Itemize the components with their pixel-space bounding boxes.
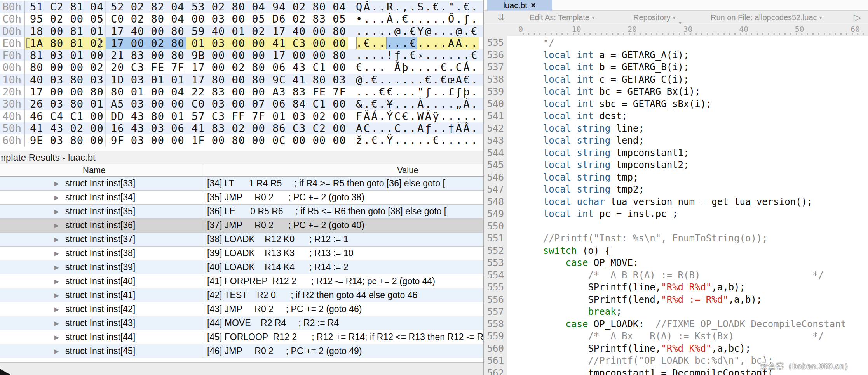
hex-bytes-group[interactable]: 00 03 00 05 xyxy=(186,13,267,25)
run-script-play-icon[interactable]: ▷ xyxy=(854,12,861,23)
code-line[interactable]: local string tmp; xyxy=(521,172,868,184)
hex-bytes-group[interactable]: 53 02 80 04 xyxy=(186,1,267,13)
table-row[interactable]: ▶struct Inst inst[41][42] TEST R2 0 ; if… xyxy=(0,288,483,302)
table-row[interactable]: ▶struct Inst inst[42][43] JMP R0 2 ; PC … xyxy=(0,302,483,316)
column-header-name[interactable]: Name xyxy=(0,164,203,176)
hex-bytes-group[interactable]: 80 00 00 02 xyxy=(25,61,106,73)
disclosure-triangle-icon[interactable]: ▶ xyxy=(54,288,59,302)
code-line[interactable]: //Printf("Inst: %s\n", EnumToString(o)); xyxy=(521,233,868,245)
hex-bytes-group[interactable]: 51 C2 81 04 xyxy=(25,1,106,13)
disclosure-triangle-icon[interactable]: ▶ xyxy=(54,177,59,190)
disclosure-triangle-icon[interactable]: ▶ xyxy=(54,316,59,330)
hex-bytes-group[interactable]: 17 00 02 80 xyxy=(106,37,186,49)
hex-bytes-group[interactable]: 59 40 01 02 xyxy=(186,25,267,37)
hex-bytes-group[interactable]: 01 03 02 00 xyxy=(267,110,348,122)
code-line[interactable] xyxy=(521,220,868,233)
table-row[interactable]: ▶struct Inst inst[43][44] MOVE R2 R4 ; R… xyxy=(0,316,483,330)
run-on-file-dropdown[interactable]: Run on File: allopcodes52.luac▾ xyxy=(711,13,822,22)
double-chevron-down-icon[interactable]: ⇊ xyxy=(498,12,505,23)
hex-bytes-group[interactable]: 22 83 00 00 xyxy=(186,86,267,98)
hex-bytes-group[interactable]: 17 40 00 80 xyxy=(106,25,186,37)
hex-bytes-group[interactable]: 20 C3 FE 7F xyxy=(106,61,186,73)
hex-bytes-group[interactable]: 41 43 02 00 xyxy=(25,122,106,134)
ascii-column[interactable]: AC...C..Aƒ..†ÃÂ. xyxy=(348,122,483,134)
repository-dropdown[interactable]: Repository▾ xyxy=(633,13,676,22)
hex-bytes-group[interactable]: 46 C4 C1 00 xyxy=(25,110,106,122)
table-row[interactable]: ▶struct Inst inst[37][38] LOADK R12 K0 ;… xyxy=(0,233,483,247)
hex-bytes-group[interactable]: 06 43 C1 00 xyxy=(267,61,348,73)
hex-bytes-group[interactable]: 81 03 01 00 xyxy=(25,49,106,61)
table-row[interactable]: ▶struct Inst inst[38][39] LOADK R13 K3 ;… xyxy=(0,247,483,260)
code-line[interactable]: SPrintf(lend,"R%d := R%d",a,b); xyxy=(521,294,868,306)
table-row[interactable]: ▶struct Inst inst[40][41] FORPREP R12 2 … xyxy=(0,274,483,288)
hex-bytes-group[interactable]: 26 03 80 01 xyxy=(25,98,106,110)
hex-bytes-group[interactable]: 17 00 02 80 xyxy=(186,61,267,73)
hex-bytes-group[interactable]: D6 02 83 05 xyxy=(267,13,348,25)
disclosure-triangle-icon[interactable]: ▶ xyxy=(54,205,59,218)
ascii-column[interactable]: &.€.¥...À....„Á. xyxy=(348,98,483,110)
code-line[interactable]: switch (o) { xyxy=(521,245,868,257)
hex-bytes-group[interactable]: 41 83 02 00 xyxy=(186,122,267,134)
close-icon[interactable]: × xyxy=(531,1,536,10)
code-line[interactable]: local string line; xyxy=(521,123,868,135)
code-line[interactable]: case OP_MOVE: xyxy=(521,257,868,269)
table-row[interactable]: ▶struct Inst inst[36][37] JMP R0 2 ; PC … xyxy=(0,219,483,233)
code-area[interactable]: */ local int a = GETARG_A(i); local int … xyxy=(507,36,868,375)
hex-bytes-group[interactable]: 16 43 03 06 xyxy=(106,122,186,134)
hex-bytes-group[interactable]: 9E 03 80 00 xyxy=(25,134,106,146)
table-row[interactable]: ▶struct Inst inst[39][40] LOADK R14 K4 ;… xyxy=(0,260,483,274)
hex-bytes-group[interactable]: A3 83 FE 7F xyxy=(267,86,348,98)
code-line[interactable]: local int c = GETARG_C(i); xyxy=(521,74,868,86)
hex-bytes-group[interactable]: 17 00 00 80 xyxy=(267,49,348,61)
code-editor[interactable]: 5355365375385395405415425435445455465475… xyxy=(484,36,868,375)
tab-luac-bt[interactable]: luac.bt × xyxy=(487,0,552,10)
hex-editor[interactable]: B0h:51 C2 81 0452 02 82 0453 02 80 0494 … xyxy=(0,0,483,151)
code-line[interactable]: break; xyxy=(521,306,868,318)
code-line[interactable]: case OP_LOADK: //FIXME OP_LOADK Decompil… xyxy=(521,318,868,331)
ascii-column[interactable]: .€.....€....AÃ.. xyxy=(348,37,483,49)
hex-bytes-group[interactable]: 86 C3 C2 00 xyxy=(267,122,348,134)
code-line[interactable]: SPrintf(line,"R%d K%d",a,bc); xyxy=(521,343,868,355)
hex-bytes-group[interactable]: 40 03 80 03 xyxy=(25,74,106,86)
hex-bytes-group[interactable]: 52 02 82 04 xyxy=(106,1,186,13)
hex-bytes-group[interactable]: 94 02 80 04 xyxy=(267,1,348,13)
disclosure-triangle-icon[interactable]: ▶ xyxy=(54,344,59,358)
hex-bytes-group[interactable]: 95 02 00 05 xyxy=(25,13,106,25)
hex-bytes-group[interactable]: 0C 00 00 00 xyxy=(267,134,348,146)
hex-bytes-group[interactable]: 17 80 00 80 xyxy=(186,74,267,86)
hex-bytes-group[interactable]: 80 01 00 04 xyxy=(106,86,186,98)
code-line[interactable]: SPrintf(line,"R%d R%d",a,b); xyxy=(521,281,868,294)
code-line[interactable]: local string tmpconstant2; xyxy=(521,159,868,172)
table-row[interactable]: ▶struct Inst inst[44][45] FORLOOP R12 2 … xyxy=(0,330,483,344)
hex-bytes-group[interactable]: 57 C3 FF 7F xyxy=(186,110,267,122)
ascii-column[interactable]: QÂ..R.‚.S.€.".€. xyxy=(348,1,483,13)
disclosure-triangle-icon[interactable]: ▶ xyxy=(54,330,59,344)
code-line[interactable]: local int dest; xyxy=(521,110,868,123)
column-header-value[interactable]: Value xyxy=(397,164,418,176)
ascii-column[interactable]: ....!ƒ.€›......€ xyxy=(348,49,483,61)
hex-bytes-group[interactable]: 41 C3 00 00 xyxy=(267,37,348,49)
code-line[interactable]: local int bc = GETARG_Bx(i); xyxy=(521,86,868,98)
code-line[interactable]: local string tmp2; xyxy=(521,184,868,196)
code-line[interactable]: */ xyxy=(521,37,868,49)
code-line[interactable]: local int sbc = GETARG_sBx(i); xyxy=(521,98,868,111)
ascii-column[interactable]: ...€€..."ƒ..£ƒþ. xyxy=(348,86,483,98)
hex-bytes-group[interactable]: 17 40 00 80 xyxy=(267,25,348,37)
disclosure-triangle-icon[interactable]: ▶ xyxy=(54,219,59,232)
code-line[interactable]: /* A Bx R(A) := Kst(Bx) */ xyxy=(521,330,868,343)
hex-bytes-group[interactable]: 06 84 C1 00 xyxy=(267,98,348,110)
disclosure-triangle-icon[interactable]: ▶ xyxy=(54,247,59,260)
hex-bytes-group[interactable]: 18 00 81 01 xyxy=(25,25,106,37)
hex-bytes-group[interactable]: 01 03 00 00 xyxy=(186,37,267,49)
ascii-column[interactable]: ž.€.Ÿ.....€..... xyxy=(348,134,483,146)
hex-bytes-group[interactable]: 9B 00 00 00 xyxy=(186,49,267,61)
hex-bytes-group[interactable]: C0 02 80 04 xyxy=(106,13,186,25)
hex-bytes-group[interactable]: 21 83 00 80 xyxy=(106,49,186,61)
disclosure-triangle-icon[interactable]: ▶ xyxy=(54,260,59,274)
disclosure-triangle-icon[interactable]: ▶ xyxy=(54,302,59,316)
table-row[interactable]: ▶struct Inst inst[45][46] JMP R0 2 ; PC … xyxy=(0,344,483,358)
hex-bytes-group[interactable]: 9F 03 00 00 xyxy=(106,134,186,146)
disclosure-triangle-icon[interactable]: ▶ xyxy=(54,274,59,288)
code-line[interactable]: local int pc = inst.pc_; xyxy=(521,208,868,220)
edit-as-dropdown[interactable]: Edit As: Template▾ xyxy=(530,13,594,22)
